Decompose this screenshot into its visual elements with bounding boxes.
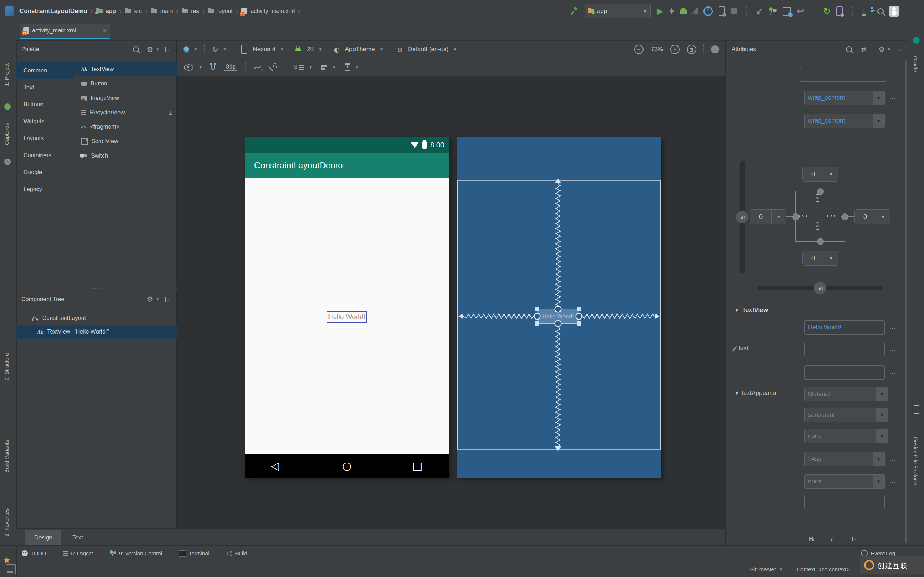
toolwindow-toggle-icon[interactable] xyxy=(6,564,16,574)
clear-constraints-icon[interactable]: × xyxy=(254,64,262,71)
avd-manager-icon[interactable] xyxy=(836,6,843,16)
line-spacing-select[interactable]: none▼ xyxy=(804,474,885,488)
palette-item-button[interactable]: Button xyxy=(74,76,177,91)
tab-text[interactable]: Text xyxy=(61,530,94,546)
panel-splitter[interactable]: ⋯⋯ xyxy=(16,287,177,290)
palette-item-textview[interactable]: AbTextView xyxy=(74,62,177,76)
pack-icon[interactable]: ⇅ xyxy=(293,64,304,71)
breadcrumb-item-src[interactable]: src xyxy=(134,8,142,15)
debug-button[interactable] xyxy=(680,8,686,15)
left-anchor[interactable] xyxy=(792,213,799,220)
design-canvas[interactable]: 8:00 ConstraintLayoutDemo Hello World! ◁… xyxy=(177,76,725,528)
tool-button-todo[interactable]: TODO xyxy=(22,550,46,556)
orientation-icon[interactable]: ↻ xyxy=(212,45,218,54)
italic-button[interactable]: I xyxy=(830,535,833,543)
tool-button-favorites[interactable]: 2: Favorites xyxy=(3,495,10,550)
palette-item-recyclerview[interactable]: RecyclerView↓ xyxy=(74,105,177,120)
top-anchor[interactable] xyxy=(817,188,824,195)
gear-icon[interactable]: ⚙ xyxy=(147,45,153,54)
git-branch-widget[interactable]: Git: master▾ xyxy=(749,566,782,572)
device-select[interactable]: Nexus 4 xyxy=(253,46,275,53)
local-history-icon[interactable] xyxy=(782,7,791,16)
font-family-select[interactable]: sans-serif▼ xyxy=(804,408,888,422)
tool-button-terminal[interactable]: >_Terminal xyxy=(179,550,209,557)
palette-category-containers[interactable]: Containers xyxy=(16,147,74,164)
text-input[interactable]: Hello World! xyxy=(804,320,885,335)
tool-button-structure[interactable]: 7: Structure xyxy=(3,340,10,394)
apply-changes-icon[interactable] xyxy=(669,7,675,15)
search-icon[interactable] xyxy=(133,46,139,52)
debug-process-icon[interactable] xyxy=(719,6,725,16)
palette-category-layouts[interactable]: Layouts xyxy=(16,130,74,147)
device-preview[interactable]: 8:00 ConstraintLayoutDemo Hello World! ◁… xyxy=(246,137,449,478)
tool-button-device-file-explorer[interactable]: Device File Explorer xyxy=(913,416,919,506)
build-hammer-icon[interactable] xyxy=(570,7,579,16)
breadcrumb-item-file[interactable]: activity_main.xml xyxy=(250,8,294,15)
zoom-out-icon[interactable]: − xyxy=(634,45,643,54)
gear-icon[interactable]: ⚙ xyxy=(879,45,885,54)
context-widget[interactable]: Context: <no context> xyxy=(796,566,850,572)
tool-button-version-control[interactable]: 9: Version Control xyxy=(110,550,162,557)
textview-section-header[interactable]: ▼ TextView xyxy=(735,306,768,314)
run-button[interactable]: ▶ xyxy=(657,6,663,16)
sdk-manager-icon[interactable]: ↓ xyxy=(862,7,866,16)
vcs-update-icon[interactable] xyxy=(769,7,777,15)
tool-button-gradle[interactable]: Gradle xyxy=(913,47,919,81)
text-size-select[interactable]: 14sp▼ xyxy=(804,452,885,466)
preview-textview-widget[interactable]: Hello World! xyxy=(327,311,367,323)
tree-node-constraintlayout[interactable]: ConstraintLayout xyxy=(16,311,177,325)
profile-app-icon[interactable] xyxy=(703,6,713,16)
tab-design[interactable]: Design xyxy=(25,530,61,546)
capture-icon[interactable] xyxy=(4,103,11,110)
tree-node-textview[interactable]: Ab TextView- "Hello World!" xyxy=(16,325,177,338)
theme-select[interactable]: AppTheme xyxy=(345,46,375,53)
gradle-sync-icon[interactable]: ↻ xyxy=(823,6,830,16)
palette-item-fragment[interactable]: <><fragment> xyxy=(74,120,177,134)
palette-item-scrollview[interactable]: ScrollView xyxy=(74,134,177,148)
margin-left-combo[interactable]: 0▼ xyxy=(750,209,786,224)
palette-item-imageview[interactable]: ImageView xyxy=(74,91,177,105)
right-anchor[interactable] xyxy=(842,213,848,220)
more-options-icon[interactable]: … xyxy=(889,93,896,101)
palette-category-text[interactable]: Text xyxy=(16,79,74,96)
left-constraint-spring[interactable]: ››› xyxy=(798,213,809,220)
warnings-errors-icon[interactable]: ! xyxy=(711,45,719,53)
search-everywhere-icon[interactable] xyxy=(877,8,884,15)
align-icon[interactable] xyxy=(320,65,327,70)
hide-panel-icon[interactable]: ← xyxy=(165,46,172,52)
attach-debugger-icon[interactable]: ↙ xyxy=(756,6,762,16)
run-config-select[interactable]: app ▼ xyxy=(585,4,651,18)
palette-category-widgets[interactable]: Widgets xyxy=(16,113,74,130)
editor-tab-activity-main[interactable]: activity_main.xml × xyxy=(20,24,110,39)
guidelines-icon[interactable] xyxy=(345,63,350,71)
horizontal-bias-value[interactable]: 50 xyxy=(814,282,826,294)
zoom-fit-icon[interactable]: ⬔ xyxy=(687,45,696,54)
bold-button[interactable]: B xyxy=(809,535,814,543)
zoom-in-icon[interactable]: + xyxy=(670,45,680,54)
bottom-anchor[interactable] xyxy=(817,238,824,245)
avatar[interactable] xyxy=(889,6,899,16)
right-constraint-spring[interactable]: ‹‹‹ xyxy=(827,213,837,220)
more-options-icon[interactable]: … xyxy=(889,323,896,331)
letter-a-icon[interactable]: A xyxy=(4,159,11,165)
more-options-icon[interactable]: … xyxy=(889,116,896,124)
breadcrumb-item-app[interactable]: app xyxy=(106,8,116,15)
text-appearance-label-row[interactable]: ▼textAppearar xyxy=(735,390,777,397)
layout-width-select[interactable]: wrap_content▼ xyxy=(804,90,885,105)
profiler-bars-icon[interactable] xyxy=(692,8,698,15)
palette-item-switch[interactable]: Switch xyxy=(74,148,177,163)
locale-select[interactable]: Default (en-us) xyxy=(408,46,448,53)
infer-constraints-icon[interactable] xyxy=(269,63,277,71)
design-surface-icon[interactable] xyxy=(183,47,189,52)
hide-panel-icon[interactable]: ← xyxy=(165,296,172,302)
palette-category-buttons[interactable]: Buttons xyxy=(16,96,74,113)
tool-button-project[interactable]: 1: Project xyxy=(3,50,10,99)
swap-view-icon[interactable]: ⇄ xyxy=(861,45,866,53)
more-options-icon[interactable]: … xyxy=(889,368,896,376)
breadcrumb-item-layout[interactable]: layout xyxy=(217,8,233,15)
default-margin-button[interactable]: 8dp xyxy=(224,63,237,71)
more-options-icon[interactable]: … xyxy=(889,477,896,485)
view-options-icon[interactable] xyxy=(184,64,194,71)
rollback-icon[interactable]: ↩ xyxy=(797,6,804,16)
margin-bottom-combo[interactable]: 0▼ xyxy=(802,251,838,266)
